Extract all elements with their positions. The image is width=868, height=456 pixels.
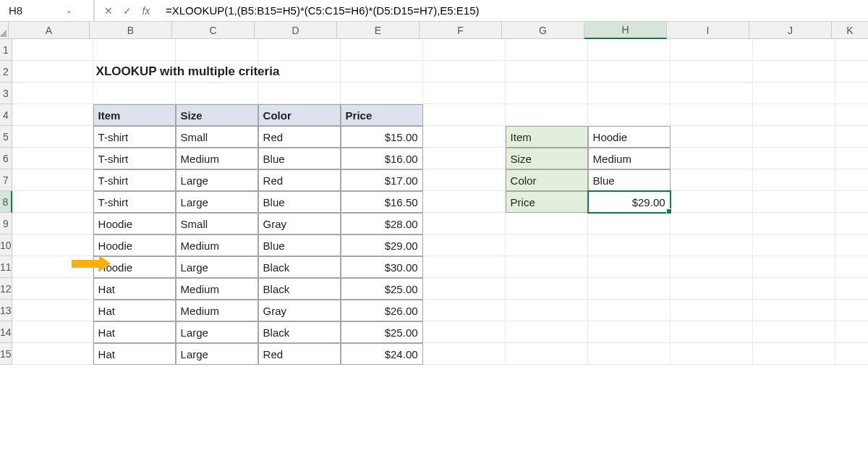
col-header-i[interactable]: I: [667, 22, 749, 39]
cell[interactable]: [12, 343, 93, 365]
cell[interactable]: [423, 256, 506, 278]
table-cell[interactable]: T-shirt: [93, 148, 176, 169]
name-box[interactable]: H8 ⌄: [0, 0, 94, 21]
cell[interactable]: [835, 278, 868, 300]
cell[interactable]: [835, 300, 868, 321]
cell[interactable]: [753, 300, 835, 321]
cell[interactable]: [12, 61, 93, 83]
cell[interactable]: [12, 148, 93, 169]
cell[interactable]: [12, 83, 93, 104]
lookup-label-item[interactable]: Item: [506, 126, 588, 148]
name-box-dropdown-icon[interactable]: ⌄: [49, 7, 90, 14]
cell[interactable]: [835, 191, 868, 213]
cell[interactable]: [588, 61, 671, 83]
table-cell[interactable]: Medium: [176, 278, 258, 300]
cell[interactable]: [506, 83, 588, 104]
table-header-item[interactable]: Item: [93, 104, 176, 126]
cell[interactable]: [671, 213, 753, 235]
row-header-7[interactable]: 7: [0, 169, 12, 191]
cell[interactable]: [753, 61, 835, 83]
row-header-12[interactable]: 12: [0, 278, 12, 300]
cell[interactable]: [423, 126, 506, 148]
table-cell[interactable]: Hat: [93, 300, 176, 321]
table-cell[interactable]: $16.50: [341, 191, 423, 213]
cell[interactable]: [671, 256, 753, 278]
cell[interactable]: [423, 169, 506, 191]
enter-icon[interactable]: ✓: [121, 5, 134, 17]
lookup-label-color[interactable]: Color: [506, 169, 588, 191]
cell[interactable]: [671, 148, 753, 169]
cell[interactable]: [12, 235, 93, 256]
col-header-a[interactable]: A: [9, 22, 90, 39]
cell[interactable]: [506, 300, 588, 321]
table-cell[interactable]: $25.00: [341, 278, 423, 300]
table-cell[interactable]: $26.00: [341, 300, 423, 321]
table-cell[interactable]: Hat: [93, 278, 176, 300]
cell[interactable]: [12, 191, 93, 213]
row-header-1[interactable]: 1: [0, 39, 12, 61]
cell[interactable]: [835, 235, 868, 256]
cell[interactable]: [423, 235, 506, 256]
cell[interactable]: [753, 256, 835, 278]
col-header-f[interactable]: F: [420, 22, 502, 39]
table-cell[interactable]: $28.00: [341, 213, 423, 235]
table-cell[interactable]: Large: [176, 321, 258, 343]
cell[interactable]: [506, 278, 588, 300]
table-cell[interactable]: Gray: [258, 213, 341, 235]
cell[interactable]: [753, 235, 835, 256]
cell[interactable]: [423, 39, 506, 61]
cell[interactable]: [506, 256, 588, 278]
cell[interactable]: [506, 104, 588, 126]
table-cell[interactable]: Large: [176, 169, 258, 191]
cell[interactable]: [423, 278, 506, 300]
cell[interactable]: [588, 278, 671, 300]
col-header-g[interactable]: G: [502, 22, 584, 39]
cell[interactable]: [588, 83, 671, 104]
table-cell[interactable]: Medium: [176, 235, 258, 256]
table-cell[interactable]: Red: [258, 126, 341, 148]
cell[interactable]: [753, 213, 835, 235]
table-cell[interactable]: Hat: [93, 321, 176, 343]
table-cell[interactable]: Black: [258, 278, 341, 300]
cell[interactable]: [835, 321, 868, 343]
cell[interactable]: [176, 83, 258, 104]
cell[interactable]: [506, 321, 588, 343]
row-header-5[interactable]: 5: [0, 126, 12, 148]
cell[interactable]: [93, 39, 176, 61]
cell[interactable]: [753, 191, 835, 213]
table-cell[interactable]: $16.00: [341, 148, 423, 169]
cell[interactable]: [423, 343, 506, 365]
cell[interactable]: [423, 83, 506, 104]
table-cell[interactable]: Black: [258, 321, 341, 343]
cell[interactable]: [506, 39, 588, 61]
table-cell[interactable]: Hat: [93, 343, 176, 365]
cell[interactable]: [671, 126, 753, 148]
cell[interactable]: [341, 39, 423, 61]
formula-input[interactable]: [160, 0, 868, 21]
cell[interactable]: [12, 104, 93, 126]
cell[interactable]: [12, 321, 93, 343]
cell[interactable]: [671, 61, 753, 83]
cell[interactable]: [671, 278, 753, 300]
table-cell[interactable]: Large: [176, 256, 258, 278]
table-header-color[interactable]: Color: [258, 104, 341, 126]
col-header-h[interactable]: H: [584, 22, 667, 39]
cell[interactable]: [12, 278, 93, 300]
cell[interactable]: [671, 343, 753, 365]
row-header-13[interactable]: 13: [0, 300, 12, 321]
table-cell[interactable]: T-shirt: [93, 126, 176, 148]
table-header-price[interactable]: Price: [341, 104, 423, 126]
cell[interactable]: [835, 83, 868, 104]
col-header-b[interactable]: B: [90, 22, 172, 39]
cell[interactable]: [588, 321, 671, 343]
cell[interactable]: [258, 83, 341, 104]
table-cell[interactable]: Blue: [258, 191, 341, 213]
cell[interactable]: [671, 83, 753, 104]
cell[interactable]: [423, 104, 506, 126]
table-cell[interactable]: T-shirt: [93, 169, 176, 191]
cell[interactable]: [671, 104, 753, 126]
cell[interactable]: [423, 191, 506, 213]
table-cell[interactable]: Red: [258, 343, 341, 365]
cell[interactable]: [753, 321, 835, 343]
row-header-6[interactable]: 6: [0, 148, 12, 169]
